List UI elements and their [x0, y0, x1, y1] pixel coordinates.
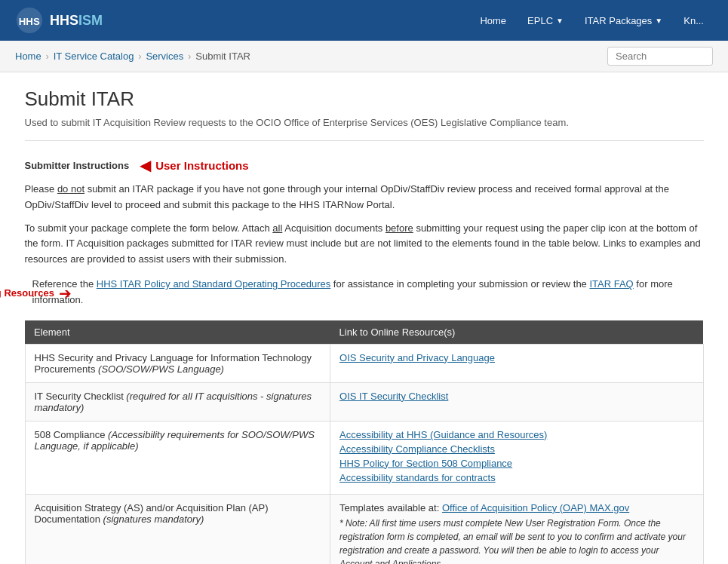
instruction-1: Please do not submit an ITAR package if … — [25, 182, 704, 213]
nav-itar-packages[interactable]: ITAR Packages ▼ — [576, 11, 671, 31]
submitter-label: Submitter Instructions — [25, 160, 130, 171]
links-cell-4: Templates available at: Office of Acquis… — [330, 494, 703, 564]
ois-security-link[interactable]: OIS Security and Privacy Language — [339, 352, 693, 363]
top-navigation: HHS HHS ISM Home EPLC ▼ ITAR Packages ▼ … — [0, 0, 728, 41]
instruction-2: To submit your package complete the form… — [25, 221, 704, 268]
links-row: Acquisition Planning Resources ➔ Referen… — [25, 277, 704, 308]
arrow-annotation: ◀ User Instructions — [140, 156, 248, 174]
page-title: Submit ITAR — [25, 87, 704, 111]
main-content: Submit ITAR Used to submit IT Acquisitio… — [10, 72, 719, 564]
site-logo[interactable]: HHS HHS ISM — [15, 6, 103, 35]
element-cell-3: 508 Compliance (Accessibility requiremen… — [25, 421, 330, 494]
oap-max-link[interactable]: Office of Acquisition Policy (OAP) MAX.g… — [442, 502, 629, 513]
itar-policy-link[interactable]: HHS ITAR Policy and Standard Operating P… — [97, 278, 330, 290]
breadcrumb-bar: Home › IT Service Catalog › Services › S… — [0, 41, 728, 72]
table-row: 508 Compliance (Accessibility requiremen… — [25, 421, 703, 494]
breadcrumb: Home › IT Service Catalog › Services › S… — [15, 51, 250, 62]
instruction-3: Reference the HHS ITAR Policy and Standa… — [32, 277, 704, 308]
nav-kn[interactable]: Kn... — [674, 11, 713, 31]
hhs-508-policy-link[interactable]: HHS Policy for Section 508 Compliance — [339, 458, 693, 469]
links-cell-2: OIS IT Security Checklist — [330, 382, 703, 421]
nav-links: Home EPLC ▼ ITAR Packages ▼ Kn... — [471, 11, 713, 31]
red-arrow-icon: ◀ — [140, 156, 151, 174]
hhs-text: HHS — [50, 13, 78, 29]
element-cell-2: IT Security Checklist (required for all … — [25, 382, 330, 421]
breadcrumb-services[interactable]: Services — [146, 51, 183, 62]
table-row: HHS Security and Privacy Language for In… — [25, 344, 703, 382]
svg-text:HHS: HHS — [19, 16, 40, 27]
links-cell-3: Accessibility at HHS (Guidance and Resou… — [330, 421, 703, 494]
accessibility-compliance-link[interactable]: Accessibility Compliance Checklists — [339, 443, 693, 455]
itar-caret: ▼ — [655, 17, 662, 25]
ois-it-security-link[interactable]: OIS IT Security Checklist — [339, 391, 693, 402]
breadcrumb-sep-1: › — [46, 51, 49, 62]
table-row: Acquisition Strategy (AS) and/or Acquisi… — [25, 494, 703, 564]
table-header-links: Link to Online Resource(s) — [330, 320, 703, 345]
element-cell-4: Acquisition Strategy (AS) and/or Acquisi… — [25, 494, 330, 564]
search-input[interactable] — [607, 47, 713, 66]
acq-label: Acquisition Planning Resources — [0, 287, 54, 300]
links-cell-1: OIS Security and Privacy Language — [330, 344, 703, 382]
nav-home[interactable]: Home — [471, 11, 515, 31]
acq-arrow-icon: ➔ — [59, 284, 72, 302]
breadcrumb-it-service-catalog[interactable]: IT Service Catalog — [54, 51, 134, 62]
resource-table: Element Link to Online Resource(s) HHS S… — [25, 320, 704, 564]
page-subtitle: Used to submit IT Acquisition Review req… — [25, 117, 704, 141]
acq-annotation: Acquisition Planning Resources ➔ — [0, 284, 72, 302]
submitter-instructions-section: Submitter Instructions ◀ User Instructio… — [25, 156, 704, 308]
registration-note: * Note: All first time users must comple… — [339, 516, 693, 564]
table-row: IT Security Checklist (required for all … — [25, 382, 703, 421]
breadcrumb-home[interactable]: Home — [15, 51, 41, 62]
user-instructions-label: User Instructions — [155, 159, 248, 172]
element-cell-1: HHS Security and Privacy Language for In… — [25, 344, 330, 382]
accessibility-contracts-link[interactable]: Accessibility standards for contracts — [339, 472, 693, 483]
submitter-header: Submitter Instructions ◀ User Instructio… — [25, 156, 704, 174]
templates-text: Templates available at: Office of Acquis… — [339, 502, 693, 513]
breadcrumb-sep-3: › — [188, 51, 191, 62]
nav-eplc[interactable]: EPLC ▼ — [518, 11, 573, 31]
breadcrumb-current: Submit ITAR — [195, 51, 250, 62]
accessibility-hhs-link[interactable]: Accessibility at HHS (Guidance and Resou… — [339, 429, 693, 440]
breadcrumb-sep-2: › — [138, 51, 141, 62]
itar-faq-link[interactable]: ITAR FAQ — [589, 278, 633, 290]
eplc-caret: ▼ — [556, 17, 564, 25]
ism-text: ISM — [78, 13, 103, 29]
table-header-element: Element — [25, 320, 330, 345]
